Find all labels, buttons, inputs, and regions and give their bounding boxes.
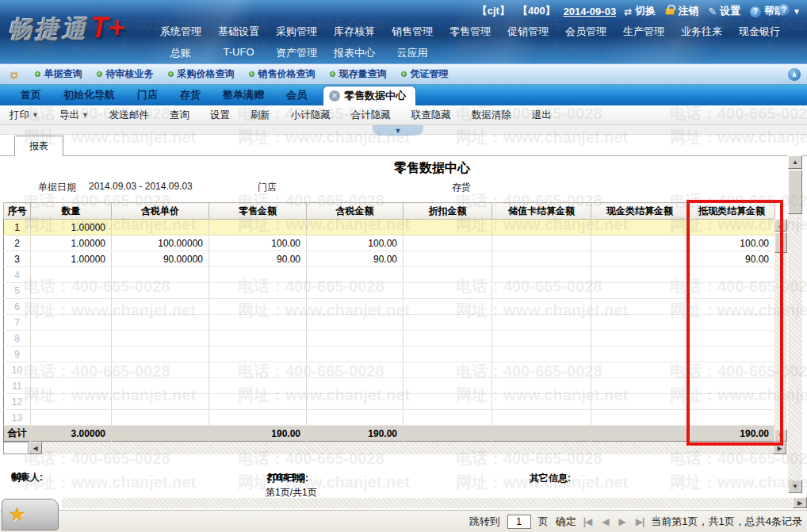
page-scroll-down-icon[interactable]: ▼	[788, 480, 802, 493]
quicklink-销售价格查询[interactable]: 销售价格查询	[249, 67, 316, 81]
page-vscroll-thumb[interactable]	[788, 170, 802, 214]
toolbar-button-联查隐藏[interactable]: 联查隐藏	[411, 109, 451, 122]
table-row[interactable]: 8	[4, 331, 775, 346]
table-row[interactable]: 7	[4, 315, 775, 331]
goto-confirm-button[interactable]: 确定	[556, 515, 576, 529]
toolbar-collapse-handle[interactable]: ▼	[373, 125, 423, 136]
panel-tab-report[interactable]: 报表	[14, 136, 63, 156]
chevron-up-circle-icon[interactable]: ∧	[788, 68, 801, 81]
quicklink-采购价格查询[interactable]: 采购价格查询	[168, 67, 235, 81]
tab-门店[interactable]: 门店	[126, 85, 169, 105]
data-cell	[689, 267, 775, 283]
topbar-action-设置[interactable]: ✎设置	[708, 4, 740, 18]
toolbar-button-导出[interactable]: 导出▼	[59, 109, 89, 122]
menu-item-基础设置[interactable]: 基础设置	[216, 25, 261, 39]
page-scroll-right-icon[interactable]: ▶	[793, 497, 807, 508]
menu-item-采购管理[interactable]: 采购管理	[274, 25, 319, 39]
toolbar-button-数据清除[interactable]: 数据清除	[472, 109, 511, 122]
current-date-link[interactable]: 2014-09-03	[564, 6, 617, 17]
quicklink-单据查询[interactable]: 单据查询	[35, 67, 82, 81]
menu-item-零售管理[interactable]: 零售管理	[448, 25, 492, 39]
grid-vscroll-thumb[interactable]	[774, 232, 787, 253]
table-row[interactable]: 10	[4, 362, 775, 378]
toolbar-button-查询[interactable]: 查询	[170, 109, 189, 122]
menu-item-云应用[interactable]: 云应用	[390, 46, 434, 60]
menu-item-系统管理[interactable]: 系统管理	[159, 25, 203, 39]
goto-page-input[interactable]	[507, 515, 531, 529]
scroll-down-icon[interactable]: ▼	[774, 429, 787, 442]
menu-item-生产管理[interactable]: 生产管理	[622, 25, 666, 39]
page-vertical-scrollbar[interactable]: ▲ ▼	[788, 155, 802, 493]
table-row[interactable]: 6	[4, 299, 775, 315]
last-page-icon[interactable]: ▶|	[636, 516, 644, 527]
column-header-序号[interactable]: 序号	[4, 203, 31, 220]
table-row[interactable]: 12	[4, 394, 775, 410]
tab-存货[interactable]: 存货	[169, 85, 212, 105]
next-page-icon[interactable]: ▶	[618, 516, 625, 527]
table-row[interactable]: 11	[4, 378, 775, 394]
menu-item-促销管理[interactable]: 促销管理	[506, 25, 550, 39]
scroll-right-icon[interactable]: ▶	[773, 442, 786, 454]
column-header-现金类结算金额[interactable]: 现金类结算金额	[591, 203, 689, 220]
tab-active-零售数据中心[interactable]: ✕零售数据中心	[323, 86, 416, 105]
table-row[interactable]: 13	[4, 410, 775, 426]
tab-首页[interactable]: 首页	[10, 85, 52, 105]
favorites-flyout-tab[interactable]: ★	[2, 499, 59, 530]
chevron-down-icon[interactable]: ▼	[793, 7, 801, 16]
first-page-icon[interactable]: |◀	[583, 516, 592, 527]
menu-item-库存核算[interactable]: 库存核算	[332, 25, 377, 39]
column-header-零售金额[interactable]: 零售金额	[209, 203, 307, 220]
column-header-数量[interactable]: 数量	[31, 203, 112, 220]
quicklink-待审核业务[interactable]: 待审核业务	[97, 67, 154, 81]
toolbar-button-发送邮件[interactable]: 发送邮件	[109, 109, 149, 122]
menu-item-报表中心[interactable]: 报表中心	[332, 46, 377, 60]
topbar-action-注销[interactable]: 注销	[665, 4, 698, 18]
tab-初始化导航[interactable]: 初始化导航	[52, 85, 126, 105]
scroll-left-icon[interactable]: ◀	[29, 442, 42, 454]
table-row[interactable]: 21.00000100.00000100.00100.00100.00	[4, 235, 775, 251]
grid-hscroll-track[interactable]	[42, 442, 773, 454]
data-cell	[307, 362, 404, 378]
toolbar-button-小计隐藏[interactable]: 小计隐藏	[291, 109, 331, 122]
grid-horizontal-scrollbar[interactable]: ◀ ▶	[3, 442, 786, 454]
tab-会员[interactable]: 会员	[275, 85, 318, 105]
menu-item-业务往来[interactable]: 业务往来	[679, 25, 724, 39]
column-header-抵现类结算金额[interactable]: 抵现类结算金额	[689, 203, 775, 220]
page-horizontal-scrollbar[interactable]	[62, 498, 793, 508]
total-value-cell	[112, 426, 209, 442]
grid-vertical-scrollbar[interactable]: ▲ ▼	[774, 219, 787, 442]
data-cell	[689, 394, 775, 410]
page-scroll-up-icon[interactable]: ▲	[788, 155, 802, 169]
column-header-储值卡结算金额[interactable]: 储值卡结算金额	[492, 203, 591, 220]
prev-page-icon[interactable]: ◀	[602, 516, 608, 527]
quicklink-凭证管理[interactable]: 凭证管理	[401, 67, 449, 81]
quicklink-现存量查询[interactable]: 现存量查询	[330, 67, 387, 81]
menu-item-会员管理[interactable]: 会员管理	[564, 25, 608, 39]
menu-item-资产管理[interactable]: 资产管理	[274, 46, 319, 60]
toolbar-button-刷新[interactable]: 刷新	[251, 109, 270, 122]
column-header-折扣金额[interactable]: 折扣金额	[404, 203, 492, 220]
table-row[interactable]: 31.0000090.0000090.0090.0090.00	[4, 251, 775, 267]
menu-item-总账[interactable]: 总账	[159, 46, 203, 60]
menu-item-T-UFO[interactable]: T-UFO	[216, 46, 261, 60]
scroll-up-icon[interactable]: ▲	[774, 219, 787, 232]
help-icon[interactable]: ?	[778, 4, 790, 15]
topbar-action-切换[interactable]: ⇄切换	[624, 4, 656, 18]
column-header-含税单价[interactable]: 含税单价	[112, 203, 209, 220]
column-header-含税金额[interactable]: 含税金额	[307, 203, 404, 220]
toolbar-button-合计隐藏[interactable]: 合计隐藏	[351, 109, 391, 122]
quicklink-label: 凭证管理	[411, 67, 449, 81]
menu-item-现金银行[interactable]: 现金银行	[737, 25, 782, 39]
table-row[interactable]: 4	[4, 267, 775, 283]
menu-item-销售管理[interactable]: 销售管理	[390, 25, 434, 39]
gear-icon[interactable]: ☼	[8, 67, 21, 82]
toolbar-button-退出[interactable]: 退出	[532, 109, 552, 122]
table-row[interactable]: 9	[4, 346, 775, 362]
table-row[interactable]: 11.00000	[4, 220, 775, 235]
green-dot-icon	[35, 71, 40, 77]
tab-整单满赠[interactable]: 整单满赠	[212, 85, 275, 105]
close-icon[interactable]: ✕	[329, 90, 340, 101]
toolbar-button-设置[interactable]: 设置	[210, 109, 230, 122]
toolbar-button-打印[interactable]: 打印▼	[10, 109, 39, 122]
table-row[interactable]: 5	[4, 283, 775, 299]
